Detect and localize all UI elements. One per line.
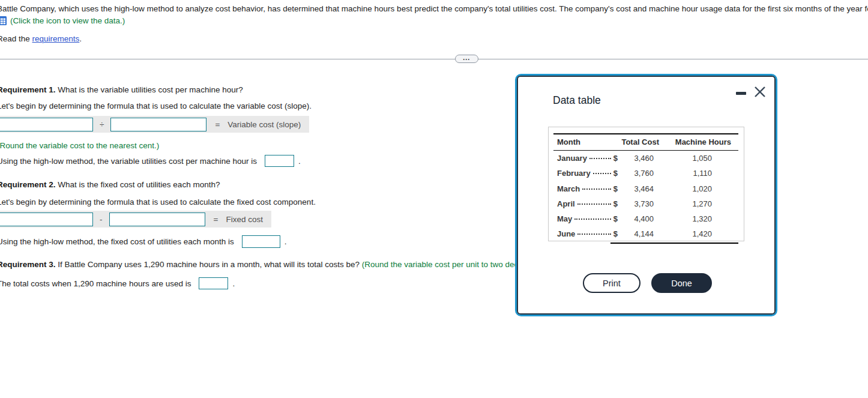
requirement1-answer-line: Using the high-low method, the variable … [0, 155, 301, 167]
requirement1-intro: Let's begin by determining the formula t… [0, 101, 312, 111]
print-button[interactable]: Print [583, 273, 640, 293]
fixed-cost-formula-row: - = Fixed cost [0, 211, 271, 228]
month-cell: February $ [557, 166, 618, 181]
requirement3-round-note: (Round the variable cost per unit to two… [362, 260, 533, 269]
table-row: June $ 4,144 1,420 [557, 226, 735, 241]
fixed-cost-subtrahend-input[interactable] [109, 213, 205, 226]
machine-hours-cell: 1,320 [659, 211, 731, 226]
requirement1-line: Requirement 1. What is the variable util… [0, 85, 243, 95]
variable-cost-denominator-input[interactable] [110, 118, 206, 131]
total-costs-answer-input[interactable] [199, 277, 228, 289]
month-cell-label: February [557, 166, 591, 181]
machine-hours-cell: 1,050 [659, 151, 731, 166]
requirement3-answer-suffix: . [232, 279, 235, 289]
table-row: January $ 3,460 1,050 [557, 151, 735, 166]
requirement2-answer-suffix: . [285, 237, 287, 247]
problem-statement: Battle Company, which uses the high-low … [0, 4, 868, 14]
machine-hours-cell: 1,270 [659, 196, 731, 211]
currency-symbol: $ [613, 211, 618, 226]
month-cell: January $ [557, 151, 618, 166]
dot-leader [577, 204, 611, 205]
data-table-dialog: Data table Month Total Cost Machine Hour… [515, 74, 777, 316]
equals-sign: = [215, 120, 220, 129]
month-cell: June $ [557, 226, 618, 241]
currency-symbol: $ [613, 226, 618, 241]
table-bottom-rule [610, 243, 738, 244]
total-cost-cell: 4,144 [618, 226, 659, 241]
requirement3-answer-prefix: The total costs when 1,290 machine hours… [0, 279, 191, 289]
data-link-note: (Click the icon to view the data.) [10, 16, 125, 26]
close-icon[interactable] [753, 85, 767, 98]
month-cell-label: March [557, 181, 580, 196]
requirement1-question: What is the variable utilities cost per … [56, 85, 243, 94]
requirement3-heading: Requirement 3. [0, 260, 56, 269]
table-row: March $ 3,464 1,020 [557, 181, 735, 196]
machine-hours-cell: 1,020 [659, 181, 731, 196]
currency-symbol: $ [613, 166, 618, 181]
table-row: May $ 4,400 1,320 [557, 211, 735, 226]
ellipsis-toggle[interactable]: ••• [455, 55, 478, 63]
dot-leader [582, 188, 610, 190]
requirement2-answer-prefix: Using the high-low method, the fixed cos… [0, 237, 234, 247]
currency-symbol: $ [613, 181, 618, 196]
month-cell-label: May [557, 211, 572, 226]
requirement3-question: If Battle Company uses 1,290 machine hou… [56, 260, 362, 269]
total-cost-cell: 3,730 [618, 196, 659, 211]
minus-operator: - [100, 215, 103, 224]
requirement1-answer-prefix: Using the high-low method, the variable … [0, 156, 257, 166]
print-button-label: Print [603, 279, 621, 288]
read-prefix: Read the [0, 34, 32, 43]
month-cell-label: April [557, 196, 575, 211]
variable-cost-answer-input[interactable] [265, 155, 294, 167]
data-table-rows: January $ 3,460 1,050 February $ 3,760 1… [549, 151, 744, 242]
header-machine-hours: Machine Hours [659, 137, 731, 146]
total-cost-cell: 3,460 [618, 151, 659, 166]
fixed-cost-minuend-input[interactable] [0, 213, 93, 226]
table-row: February $ 3,760 1,110 [557, 166, 735, 181]
total-cost-cell: 3,464 [618, 181, 659, 196]
requirements-link[interactable]: requirements [32, 34, 80, 43]
machine-hours-cell: 1,110 [659, 166, 731, 181]
currency-symbol: $ [613, 196, 618, 211]
ellipsis-icon: ••• [463, 57, 471, 61]
machine-hours-cell: 1,420 [659, 226, 731, 241]
dot-leader [593, 173, 611, 174]
total-cost-cell: 3,760 [618, 166, 659, 181]
requirement2-heading: Requirement 2. [0, 180, 56, 189]
month-cell-label: June [557, 226, 575, 241]
section-divider [0, 59, 868, 59]
requirement3-answer-line: The total costs when 1,290 machine hours… [0, 277, 235, 289]
data-table-panel: Month Total Cost Machine Hours January $… [548, 127, 744, 241]
month-cell-label: January [557, 151, 587, 166]
data-icon-line: (Click the icon to view the data.) [0, 16, 125, 26]
month-cell: May $ [557, 211, 618, 226]
divide-operator: ÷ [100, 120, 104, 129]
fixed-cost-answer-input[interactable] [242, 235, 280, 248]
requirement1-round-note: (Round the variable cost to the nearest … [0, 140, 159, 151]
done-button-label: Done [671, 279, 692, 288]
month-cell: March $ [557, 181, 618, 196]
requirement1-heading: Requirement 1. [0, 85, 56, 94]
requirement2-line: Requirement 2. What is the fixed cost of… [0, 179, 220, 190]
requirement2-answer-line: Using the high-low method, the fixed cos… [0, 235, 286, 248]
done-button[interactable]: Done [651, 273, 712, 293]
dot-leader [577, 234, 610, 235]
data-table-header-row: Month Total Cost Machine Hours [557, 134, 735, 149]
equals-sign: = [214, 215, 219, 224]
variable-cost-formula-row: ÷ = Variable cost (slope) [0, 116, 309, 133]
minimize-icon[interactable] [736, 92, 746, 95]
mylab-question-page: Battle Company, which uses the high-low … [0, 0, 868, 398]
requirement2-intro: Let's begin by determining the formula t… [0, 197, 316, 207]
variable-cost-result-label: Variable cost (slope) [228, 120, 301, 129]
month-cell: April $ [557, 196, 618, 211]
header-total-cost: Total Cost [618, 137, 659, 146]
header-month: Month [557, 137, 618, 146]
dialog-title: Data table [553, 94, 601, 107]
variable-cost-numerator-input[interactable] [0, 118, 93, 131]
requirement1-answer-suffix: . [298, 156, 301, 166]
dot-leader [589, 158, 611, 159]
currency-symbol: $ [613, 151, 618, 166]
read-suffix: . [79, 34, 82, 43]
total-cost-cell: 4,400 [618, 211, 659, 226]
table-icon[interactable] [0, 16, 7, 25]
